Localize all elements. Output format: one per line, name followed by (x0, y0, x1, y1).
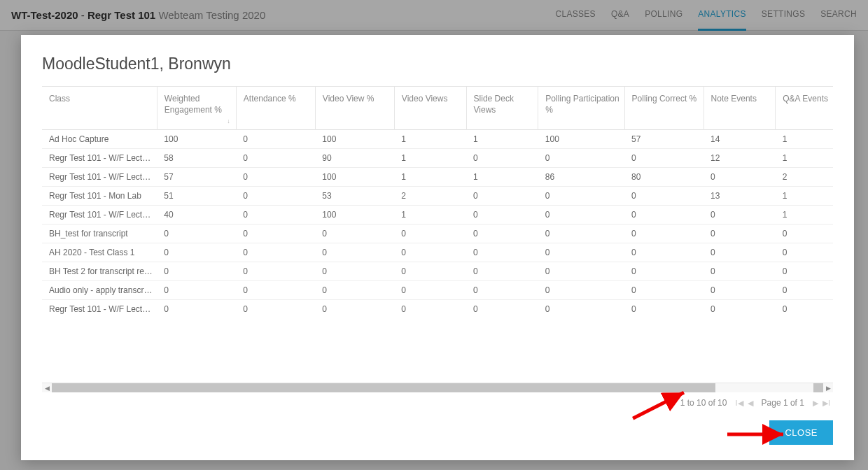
cell: 0 (394, 225, 466, 243)
col-note-events[interactable]: Note Events (704, 87, 776, 130)
cell: 0 (624, 225, 704, 243)
cell: 90 (315, 149, 394, 168)
cell: 0 (466, 206, 538, 225)
table-row[interactable]: Audio only - apply transcrip...000000000 (42, 281, 833, 300)
student-name: MoodleStudent1, Bronwyn (42, 55, 833, 73)
cell: Regr Test 101 - Mon Lab (42, 187, 157, 206)
cell: 0 (538, 187, 624, 206)
cell: 0 (236, 168, 315, 187)
table-body: Ad Hoc Capture10001001110057141Regr Test… (42, 130, 833, 319)
analytics-table: Class Weighted Engagement %↓ Attendance … (42, 87, 833, 318)
cell: 0 (157, 225, 236, 243)
cell: 0 (466, 262, 538, 281)
cell: 0 (236, 243, 315, 262)
scrollbar-track[interactable] (52, 383, 823, 392)
col-polling-correct[interactable]: Polling Correct % (624, 87, 704, 130)
cell: 0 (776, 262, 833, 281)
pager-next-icon[interactable]: ▶ (813, 399, 818, 408)
cell: 80 (624, 168, 704, 187)
cell: 100 (157, 130, 236, 149)
cell: 0 (236, 187, 315, 206)
cell: 0 (466, 149, 538, 168)
cell: 0 (538, 243, 624, 262)
cell: 13 (704, 187, 776, 206)
cell: Regr Test 101 - W/F Lecture (42, 206, 157, 225)
student-detail-modal: MoodleStudent1, Bronwyn (21, 35, 854, 460)
cell: 0 (704, 243, 776, 262)
col-class[interactable]: Class (42, 87, 157, 130)
cell: 1 (394, 206, 466, 225)
cell: 0 (776, 225, 833, 243)
cell: 0 (466, 243, 538, 262)
col-qa-events[interactable]: Q&A Events (776, 87, 833, 130)
col-video-view-pct[interactable]: Video View % (315, 87, 394, 130)
cell: 0 (236, 206, 315, 225)
cell: 1 (776, 149, 833, 168)
col-polling-participation[interactable]: Polling Participation % (538, 87, 624, 130)
cell: 1 (394, 130, 466, 149)
cell: BH_test for transcript (42, 225, 157, 243)
close-button[interactable]: CLOSE (769, 420, 833, 445)
cell: Ad Hoc Capture (42, 130, 157, 149)
cell: 0 (624, 262, 704, 281)
cell: 58 (157, 149, 236, 168)
cell: 40 (157, 206, 236, 225)
cell: 1 (776, 130, 833, 149)
cell: 0 (704, 225, 776, 243)
cell: 1 (466, 168, 538, 187)
cell: 0 (157, 243, 236, 262)
cell: 0 (394, 300, 466, 319)
table-row[interactable]: AH 2020 - Test Class 1000000000 (42, 243, 833, 262)
cell: 0 (394, 281, 466, 300)
cell: 0 (315, 281, 394, 300)
table-row[interactable]: BH_test for transcript000000000 (42, 225, 833, 243)
scroll-left-icon[interactable]: ◀ (42, 385, 52, 392)
cell: 0 (466, 300, 538, 319)
cell: 0 (466, 187, 538, 206)
pager-prev-icon[interactable]: ◀ (748, 399, 753, 408)
cell: 0 (157, 300, 236, 319)
pager-last-icon[interactable]: ▶I (822, 399, 830, 408)
cell: 86 (538, 168, 624, 187)
table-row[interactable]: Ad Hoc Capture10001001110057141 (42, 130, 833, 149)
col-weighted-engagement[interactable]: Weighted Engagement %↓ (157, 87, 236, 130)
cell: 0 (157, 262, 236, 281)
cell: 0 (538, 300, 624, 319)
cell: 53 (315, 187, 394, 206)
cell: 51 (157, 187, 236, 206)
table-row[interactable]: Regr Test 101 - W/F Lecture400100100001 (42, 206, 833, 225)
scroll-right-icon[interactable]: ▶ (823, 385, 833, 392)
pager-first-icon[interactable]: I◀ (735, 399, 743, 408)
table-header-row: Class Weighted Engagement %↓ Attendance … (42, 87, 833, 130)
cell: 0 (466, 281, 538, 300)
cell: 1 (394, 168, 466, 187)
analytics-table-container: Class Weighted Engagement %↓ Attendance … (42, 86, 833, 408)
cell: 0 (624, 149, 704, 168)
col-video-views[interactable]: Video Views (394, 87, 466, 130)
col-attendance[interactable]: Attendance % (236, 87, 315, 130)
table-row[interactable]: Regr Test 101 - Mon Lab510532000131 (42, 187, 833, 206)
table-row[interactable]: Regr Test 101 - W/F Lecture580901000121 (42, 149, 833, 168)
cell: 0 (776, 281, 833, 300)
cell: 0 (704, 206, 776, 225)
cell: 12 (704, 149, 776, 168)
col-slide-views[interactable]: Slide Deck Views (466, 87, 538, 130)
cell: 0 (394, 262, 466, 281)
cell: 1 (776, 187, 833, 206)
table-row[interactable]: BH Test 2 for transcript req...000000000 (42, 262, 833, 281)
cell: 57 (157, 168, 236, 187)
cell: 1 (466, 130, 538, 149)
horizontal-scrollbar[interactable]: ◀ ▶ (42, 383, 833, 392)
table-row[interactable]: Regr Test 101 - W/F Lecture000000000 (42, 300, 833, 319)
cell: AH 2020 - Test Class 1 (42, 243, 157, 262)
cell: 100 (315, 168, 394, 187)
cell: 0 (466, 225, 538, 243)
cell: 57 (624, 130, 704, 149)
cell: 0 (236, 149, 315, 168)
cell: 0 (236, 225, 315, 243)
cell: 0 (236, 300, 315, 319)
cell: 0 (704, 300, 776, 319)
cell: BH Test 2 for transcript req... (42, 262, 157, 281)
table-row[interactable]: Regr Test 101 - W/F Lecture5701001186800… (42, 168, 833, 187)
cell: 100 (315, 206, 394, 225)
